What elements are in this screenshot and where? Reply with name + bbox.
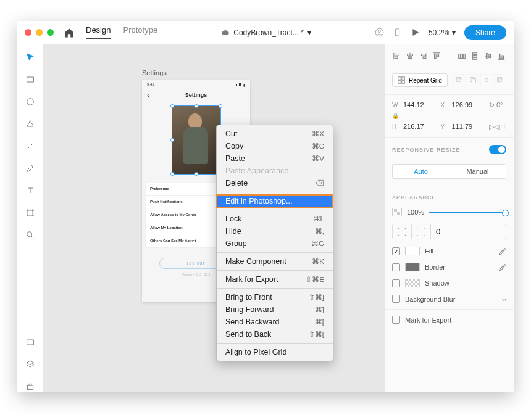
distribute-h-icon[interactable] xyxy=(456,49,468,63)
shadow-label: Shadow xyxy=(425,279,506,287)
zoom-tool[interactable] xyxy=(25,229,36,241)
close-window-button[interactable] xyxy=(25,29,31,36)
border-swatch[interactable] xyxy=(405,263,420,271)
rotate-icon[interactable]: ↻ 0° xyxy=(489,101,506,109)
svg-rect-26 xyxy=(461,54,462,59)
width-field[interactable] xyxy=(403,101,433,109)
distribute-v-icon[interactable] xyxy=(469,49,481,63)
union-icon[interactable] xyxy=(453,74,466,86)
shadow-checkbox[interactable] xyxy=(392,279,400,287)
canvas[interactable]: Settings 9:41 ▮ ‹ Settings xyxy=(43,44,384,392)
radius-field[interactable] xyxy=(436,227,454,236)
responsive-toggle[interactable] xyxy=(489,145,506,154)
line-tool[interactable] xyxy=(25,141,36,152)
subtract-icon[interactable] xyxy=(467,74,479,86)
eyedropper-icon[interactable] xyxy=(498,247,506,255)
rectangle-tool[interactable] xyxy=(25,74,36,85)
align-top-icon[interactable] xyxy=(431,49,443,63)
svg-rect-20 xyxy=(421,54,425,56)
play-icon[interactable] xyxy=(411,28,420,37)
fill-swatch[interactable] xyxy=(405,247,420,255)
resize-manual[interactable]: Manual xyxy=(449,165,506,178)
assets-panel-icon[interactable] xyxy=(25,337,36,348)
cloud-icon xyxy=(221,29,230,36)
app-body: Settings 9:41 ▮ ‹ Settings xyxy=(17,44,514,392)
height-field[interactable] xyxy=(403,123,433,131)
intersect-icon[interactable] xyxy=(480,74,493,86)
minimize-window-button[interactable] xyxy=(36,29,43,36)
ctx-copy[interactable]: Copy⌘C xyxy=(217,140,333,152)
artboard-label[interactable]: Settings xyxy=(142,69,167,76)
chevron-down-icon[interactable]: ⌵ xyxy=(502,295,506,303)
bgblur-checkbox[interactable] xyxy=(392,295,400,303)
ellipse-tool[interactable] xyxy=(25,96,36,107)
fill-label: Fill xyxy=(425,247,493,255)
chevron-down-icon: ▾ xyxy=(452,28,456,37)
corner-all-icon[interactable] xyxy=(393,224,411,239)
avatar-icon[interactable] xyxy=(375,28,384,37)
svg-rect-36 xyxy=(502,56,504,58)
ctx-make-component[interactable]: Make Component⌘K xyxy=(217,255,333,268)
pen-tool[interactable] xyxy=(25,163,36,174)
fill-checkbox[interactable] xyxy=(392,247,400,255)
svg-rect-38 xyxy=(402,77,405,80)
y-label: Y xyxy=(440,123,446,130)
share-button[interactable]: Share xyxy=(464,25,506,40)
window-controls xyxy=(25,29,54,36)
ctx-send-backward[interactable]: Send Backward⌘[ xyxy=(217,316,333,328)
chevron-down-icon[interactable]: ▾ xyxy=(307,28,311,37)
ctx-cut[interactable]: Cut⌘X xyxy=(217,128,333,140)
fullscreen-window-button[interactable] xyxy=(47,29,54,36)
ctx-send-to-back[interactable]: Send to Back⇧⌘[ xyxy=(217,328,333,340)
align-hcenter-icon[interactable] xyxy=(404,49,417,63)
y-field[interactable] xyxy=(451,123,481,131)
plugins-panel-icon[interactable] xyxy=(25,381,36,392)
home-icon[interactable] xyxy=(64,27,75,38)
align-vcenter-icon[interactable] xyxy=(482,49,495,63)
corner-individual-icon[interactable] xyxy=(411,224,430,239)
mobile-preview-icon[interactable] xyxy=(393,28,402,37)
shadow-swatch[interactable] xyxy=(405,279,420,287)
x-field[interactable] xyxy=(451,101,481,109)
ctx-lock[interactable]: Lock⌘L xyxy=(217,213,333,225)
tab-design[interactable]: Design xyxy=(86,25,111,39)
tab-prototype[interactable]: Prototype xyxy=(123,25,157,39)
ctx-bring-forward[interactable]: Bring Forward⌘] xyxy=(217,303,333,316)
repeat-grid-button[interactable]: Repeat Grid xyxy=(392,73,448,87)
align-bottom-icon[interactable] xyxy=(496,49,508,63)
ctx-align-to-pixel-grid[interactable]: Align to Pixel Grid xyxy=(217,346,333,358)
ctx-paste[interactable]: Paste⌘V xyxy=(217,152,333,165)
ctx-edit-in-photoshop-[interactable]: Edit in Photoshop... xyxy=(217,195,333,207)
align-left-icon[interactable] xyxy=(391,49,403,63)
zoom-value: 50.2% xyxy=(429,28,449,37)
artboard-tool[interactable] xyxy=(25,207,36,218)
back-icon[interactable]: ‹ xyxy=(147,91,149,99)
svg-point-1 xyxy=(378,30,381,33)
svg-rect-50 xyxy=(397,212,400,215)
profile-image-selected[interactable] xyxy=(172,106,220,174)
screen-header: ‹ Settings xyxy=(142,89,250,101)
ctx-hide[interactable]: Hide⌘, xyxy=(217,225,333,237)
ctx-delete[interactable]: Delete xyxy=(217,177,333,189)
svg-rect-44 xyxy=(472,79,476,83)
tool-strip xyxy=(17,44,43,392)
ctx-mark-for-export[interactable]: Mark for Export⇧⌘E xyxy=(217,273,333,286)
opacity-value: 100% xyxy=(407,208,424,216)
mark-export-checkbox[interactable] xyxy=(392,316,400,324)
svg-rect-7 xyxy=(28,210,33,215)
ctx-group[interactable]: Group⌘G xyxy=(217,237,333,250)
text-tool[interactable] xyxy=(25,185,36,196)
resize-auto[interactable]: Auto xyxy=(393,165,449,178)
svg-rect-30 xyxy=(473,58,477,60)
zoom-level[interactable]: 50.2% ▾ xyxy=(429,28,456,37)
ctx-bring-to-front[interactable]: Bring to Front⇧⌘] xyxy=(217,291,333,303)
select-tool[interactable] xyxy=(25,52,36,63)
flip-icons[interactable]: ▷◁ ⥮ xyxy=(489,123,506,131)
align-right-icon[interactable] xyxy=(417,49,430,63)
layers-panel-icon[interactable] xyxy=(25,359,36,370)
polygon-tool[interactable] xyxy=(25,118,36,130)
opacity-slider[interactable] xyxy=(429,212,506,213)
exclude-icon[interactable] xyxy=(494,74,506,86)
border-checkbox[interactable] xyxy=(392,263,400,271)
eyedropper-icon[interactable] xyxy=(498,263,506,271)
